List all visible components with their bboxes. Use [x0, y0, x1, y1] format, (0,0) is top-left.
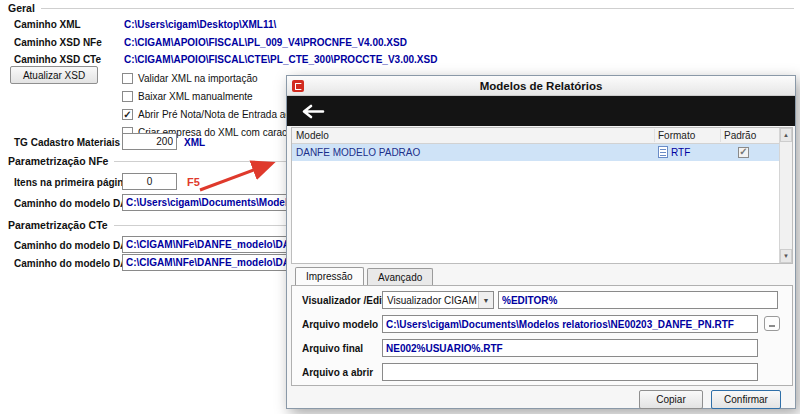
- checkbox-baixar-xml-box[interactable]: [122, 91, 133, 102]
- arquivo-modelo-input[interactable]: [382, 315, 758, 333]
- tg-cadastro-label: TG Cadastro Materiais: [14, 137, 120, 148]
- arquivo-final-label: Arquivo final: [302, 343, 363, 354]
- scroll-down-icon[interactable]: ▼: [780, 249, 792, 263]
- app-icon: [292, 80, 304, 92]
- tab-avancado[interactable]: Avançado: [367, 268, 433, 286]
- section-parametrizacao-cte-title: Parametrização CTe: [8, 219, 108, 231]
- rtf-document-icon: [658, 146, 668, 158]
- chevron-down-icon[interactable]: ▼: [478, 292, 493, 308]
- checkbox-baixar-xml-label: Baixar XML manualmente: [138, 91, 253, 102]
- tg-cadastro-suffix: XML: [184, 137, 205, 148]
- modelos-relatorios-dialog: Modelos de Relatórios Modelo Formato Pad…: [286, 75, 796, 409]
- caminho-modelo-dacte-os-input[interactable]: [122, 254, 290, 271]
- vertical-scrollbar[interactable]: ▲ ▼: [779, 128, 792, 263]
- red-arrow-annotation: [192, 152, 284, 196]
- column-separator: [720, 129, 721, 142]
- section-geral: Geral: [8, 2, 794, 14]
- caminho-xsd-nfe-label: Caminho XSD NFe: [14, 37, 102, 48]
- column-separator: [654, 129, 655, 142]
- checkbox-abrir-pre-nota-box[interactable]: [122, 109, 133, 120]
- caminho-xml-value: C:\Users\cigam\Desktop\XML11\: [124, 19, 276, 30]
- impressao-tab-panel: Visualizador /Editor Visualizador CIGAM …: [291, 285, 793, 386]
- browse-file-icon[interactable]: [764, 316, 780, 331]
- dialog-toolbar: [287, 96, 795, 126]
- itens-primeira-pagina-label: Itens na primeira página: [14, 177, 129, 188]
- dialog-title: Modelos de Relatórios: [480, 80, 603, 92]
- arquivo-a-abrir-label: Arquivo a abrir: [302, 367, 373, 378]
- column-header-modelo[interactable]: Modelo: [296, 130, 329, 141]
- caminho-xsd-cte-label: Caminho XSD CTe: [14, 54, 101, 65]
- tab-impressao[interactable]: Impressão: [295, 267, 364, 285]
- back-arrow-icon[interactable]: [299, 102, 327, 120]
- caminho-xsd-nfe-value: C:\CIGAM\APOIO\FISCAL\PL_009_V4\PROCNFE_…: [124, 37, 407, 48]
- section-geral-title: Geral: [8, 2, 35, 14]
- arquivo-modelo-label: Arquivo modelo: [302, 319, 378, 330]
- caminho-xml-label: Caminho XML: [14, 19, 81, 30]
- arquivo-final-input[interactable]: [382, 339, 758, 357]
- cell-padrao: [738, 146, 749, 158]
- caminho-modelo-danfe-input[interactable]: [122, 194, 290, 211]
- modelos-grid: Modelo Formato Padrão DANFE MODELO PADRA…: [291, 127, 793, 264]
- section-parametrizacao-nfe-title: Parametrização NFe: [8, 155, 108, 167]
- cell-modelo: DANFE MODELO PADRAO: [292, 147, 420, 158]
- checkbox-validar-xml-box[interactable]: [122, 73, 133, 84]
- atualizar-xsd-button[interactable]: Atualizar XSD: [10, 66, 98, 84]
- visualizador-select[interactable]: Visualizador CIGAM ▼: [382, 291, 494, 309]
- checkbox-validar-xml-label: Validar XML na importação: [138, 73, 258, 84]
- column-header-padrao[interactable]: Padrão: [724, 130, 756, 141]
- cell-formato: RTF: [658, 146, 690, 158]
- editor-variable-input[interactable]: [498, 291, 778, 309]
- itens-primeira-pagina-input[interactable]: [122, 173, 177, 190]
- arquivo-a-abrir-input[interactable]: [382, 363, 758, 381]
- caminho-xsd-cte-value: C:\CIGAM\APOIO\FISCAL\CTE\PL_CTE_300\PRO…: [124, 54, 437, 65]
- grid-header: Modelo Formato Padrão: [292, 128, 779, 144]
- checkbox-baixar-xml[interactable]: Baixar XML manualmente: [122, 91, 253, 102]
- visualizador-select-value: Visualizador CIGAM: [383, 295, 478, 306]
- confirmar-button[interactable]: Confirmar: [711, 390, 781, 409]
- tg-cadastro-input[interactable]: [122, 133, 177, 150]
- copiar-button[interactable]: Copiar: [639, 390, 703, 409]
- caminho-modelo-dacte-input[interactable]: [122, 236, 290, 253]
- padrao-checkbox[interactable]: [738, 147, 749, 158]
- column-header-formato[interactable]: Formato: [658, 130, 695, 141]
- scroll-up-icon[interactable]: ▲: [780, 128, 792, 142]
- grid-row-danfe-modelo-padrao[interactable]: DANFE MODELO PADRAO RTF: [292, 144, 779, 161]
- app-window: Geral Caminho XML C:\Users\cigam\Desktop…: [0, 0, 800, 414]
- cell-formato-text: RTF: [671, 147, 690, 158]
- dialog-titlebar[interactable]: Modelos de Relatórios: [287, 76, 795, 96]
- checkbox-validar-xml[interactable]: Validar XML na importação: [122, 73, 258, 84]
